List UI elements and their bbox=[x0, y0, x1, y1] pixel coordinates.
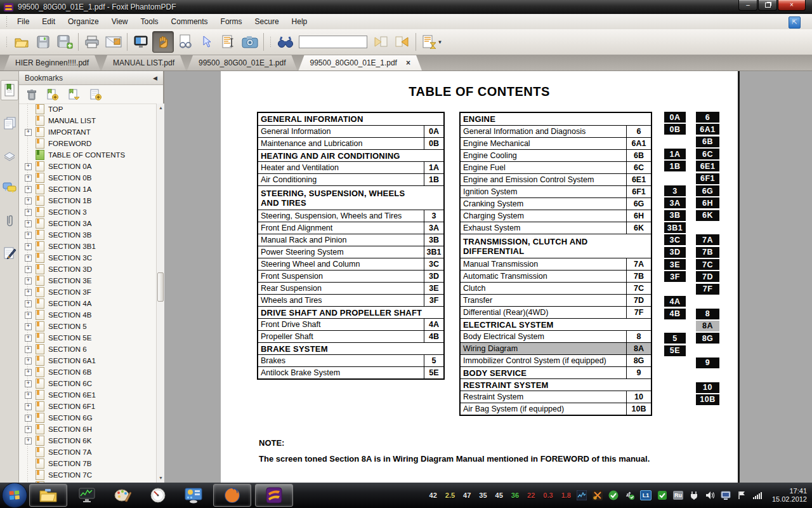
toc-row[interactable]: Charging System6H bbox=[461, 210, 651, 222]
taskbar-explorer-button[interactable] bbox=[29, 484, 67, 507]
section-code-box[interactable]: 6F1 bbox=[696, 173, 719, 184]
expand-icon[interactable]: + bbox=[25, 403, 32, 410]
expand-icon[interactable]: + bbox=[25, 300, 32, 307]
toc-row[interactable]: Automatic Transmission7B bbox=[461, 270, 651, 282]
toc-row[interactable]: Front Suspension3D bbox=[258, 270, 443, 282]
section-code-box[interactable]: 3B bbox=[664, 210, 686, 221]
bookmark-item[interactable]: +SECTION 3B1 bbox=[23, 241, 155, 252]
hw-monitor-icon[interactable] bbox=[577, 490, 587, 500]
toc-row[interactable]: Exhaust System6K bbox=[461, 222, 651, 234]
toc-row[interactable]: Wheels and Tires3F bbox=[258, 294, 443, 306]
bookmarks-panel-icon[interactable] bbox=[1, 80, 18, 100]
expand-icon[interactable]: + bbox=[25, 232, 32, 239]
expand-icon[interactable]: + bbox=[25, 163, 32, 170]
bookmark-item[interactable]: +SECTION 5 bbox=[23, 321, 155, 332]
bookmark-item[interactable]: +SECTION 6A1 bbox=[23, 355, 155, 366]
taskbar-clock[interactable]: 17:41 15.02.2012 bbox=[772, 487, 807, 504]
menu-item-forms[interactable]: Forms bbox=[214, 15, 249, 28]
section-code-box[interactable]: 4B bbox=[664, 309, 686, 319]
taskbar-control-panel-button[interactable] bbox=[178, 485, 209, 506]
bookmark-item[interactable]: +SECTION 6K bbox=[23, 435, 155, 446]
toc-row[interactable]: General Information0A bbox=[258, 125, 443, 137]
section-code-box[interactable]: 6H bbox=[696, 197, 719, 208]
toc-row[interactable]: Front End Alignment3A bbox=[258, 222, 443, 234]
expand-icon[interactable]: + bbox=[25, 312, 32, 319]
section-code-box[interactable]: 0B bbox=[664, 124, 686, 135]
safely-remove-usb-icon[interactable] bbox=[624, 490, 634, 500]
find-button[interactable] bbox=[275, 32, 296, 52]
section-code-box[interactable]: 7F bbox=[696, 284, 719, 295]
toc-row[interactable]: Body Electrical System8 bbox=[461, 330, 651, 342]
expand-icon[interactable]: + bbox=[25, 438, 32, 444]
document-tab-3[interactable]: 99500_80G00_01E_1.pdf bbox=[187, 55, 297, 70]
l1-badge-icon[interactable]: L1 bbox=[640, 490, 652, 500]
toc-row[interactable]: Air Conditioning1B bbox=[258, 173, 443, 185]
section-code-box[interactable]: 6B bbox=[696, 137, 719, 147]
bookmark-item[interactable]: +SECTION 1A bbox=[23, 184, 155, 195]
toc-row[interactable]: Engine Mechanical6A1 bbox=[461, 137, 651, 149]
section-code-box[interactable]: 9 bbox=[696, 358, 719, 368]
expand-icon[interactable]: + bbox=[25, 186, 32, 193]
toc-row[interactable]: Ignition System6F1 bbox=[461, 185, 651, 197]
section-code-box[interactable]: 6A1 bbox=[696, 124, 719, 135]
toc-row[interactable]: Air Bag System (if equipped)10B bbox=[461, 403, 651, 415]
expand-icon[interactable]: + bbox=[25, 197, 32, 204]
section-code-box[interactable]: 10B bbox=[696, 394, 719, 405]
add-child-bookmark-icon[interactable] bbox=[90, 89, 102, 100]
section-code-box[interactable]: 3C bbox=[664, 234, 686, 245]
attachments-panel-icon[interactable] bbox=[1, 211, 18, 230]
open-button[interactable] bbox=[11, 32, 32, 52]
search-documents-button[interactable]: ▼ bbox=[419, 32, 445, 52]
section-code-box[interactable]: 5 bbox=[664, 333, 686, 344]
bookmark-item[interactable]: +SECTION 4B bbox=[23, 309, 155, 321]
text-select-button[interactable] bbox=[218, 32, 239, 52]
menu-item-edit[interactable]: Edit bbox=[36, 15, 62, 28]
toc-row[interactable]: Engine Fuel6C bbox=[461, 161, 651, 173]
scrollbar-thumb[interactable] bbox=[157, 272, 164, 302]
bookmark-item[interactable]: +SECTION 3A bbox=[23, 218, 155, 229]
bookmark-item[interactable]: +SECTION 7A bbox=[23, 446, 155, 458]
bookmark-item[interactable]: +SECTION 3B bbox=[23, 229, 155, 241]
select-tool-button[interactable] bbox=[197, 32, 217, 52]
toc-row[interactable]: Manual Transmission7A bbox=[461, 258, 651, 270]
bookmark-item[interactable]: +SECTION 3 bbox=[23, 206, 155, 218]
toc-row[interactable]: Wiring Diagram8A bbox=[461, 342, 651, 354]
network-signal-icon[interactable] bbox=[752, 490, 763, 500]
toc-row[interactable]: Transfer7D bbox=[461, 294, 651, 306]
language-indicator[interactable]: Ru bbox=[673, 491, 683, 500]
bookmark-item[interactable]: +SECTION 0B bbox=[23, 172, 155, 184]
bookmarks-scrollbar[interactable]: ▲ ▼ bbox=[156, 104, 165, 483]
expand-icon[interactable]: + bbox=[25, 335, 32, 342]
search-next-button[interactable] bbox=[392, 32, 412, 52]
bookmark-item[interactable]: +IMPORTANT bbox=[23, 126, 155, 138]
save-button[interactable] bbox=[33, 32, 53, 52]
menu-item-help[interactable]: Help bbox=[285, 15, 314, 28]
minimize-button[interactable]: – bbox=[738, 0, 757, 11]
toc-row[interactable]: Manual Rack and Pinion3B bbox=[258, 234, 443, 246]
toc-row[interactable]: Differential (Rear)(4WD)7F bbox=[461, 306, 651, 318]
section-code-box[interactable]: 3A bbox=[664, 197, 686, 208]
action-center-flag-icon[interactable] bbox=[737, 490, 747, 500]
bookmark-item[interactable]: +SECTION 3F bbox=[23, 286, 155, 298]
toc-row[interactable]: Cranking System6G bbox=[461, 197, 651, 210]
toc-row[interactable]: Propeller Shaft4B bbox=[258, 330, 443, 342]
toc-row[interactable]: Front Drive Shaft4A bbox=[258, 318, 443, 330]
section-code-box[interactable]: 6E1 bbox=[696, 161, 719, 171]
toc-row[interactable]: Maintenance and Lubrication0B bbox=[258, 137, 443, 149]
section-code-box[interactable]: 7A bbox=[696, 234, 719, 245]
expand-icon[interactable]: + bbox=[25, 346, 32, 353]
section-code-box[interactable]: 7B bbox=[696, 247, 719, 258]
tab-close-icon[interactable]: × bbox=[406, 58, 410, 67]
toc-row[interactable]: Steering, Suspension, Wheels and Tires3 bbox=[258, 210, 443, 222]
expand-icon[interactable]: + bbox=[25, 415, 32, 422]
collapse-panel-icon[interactable]: ◀ bbox=[153, 75, 157, 81]
close-button[interactable]: × bbox=[778, 0, 806, 11]
expand-icon[interactable]: + bbox=[25, 426, 32, 433]
toc-row[interactable]: Antilock Brake System5E bbox=[258, 366, 443, 378]
section-code-box[interactable]: 7C bbox=[696, 259, 719, 270]
expand-icon[interactable]: + bbox=[25, 243, 32, 250]
section-code-box[interactable]: 8 bbox=[696, 309, 719, 319]
expand-icon[interactable]: + bbox=[25, 129, 32, 136]
bookmark-item[interactable]: +SECTION 1B bbox=[23, 195, 155, 206]
taskbar-paint-button[interactable] bbox=[107, 485, 138, 506]
